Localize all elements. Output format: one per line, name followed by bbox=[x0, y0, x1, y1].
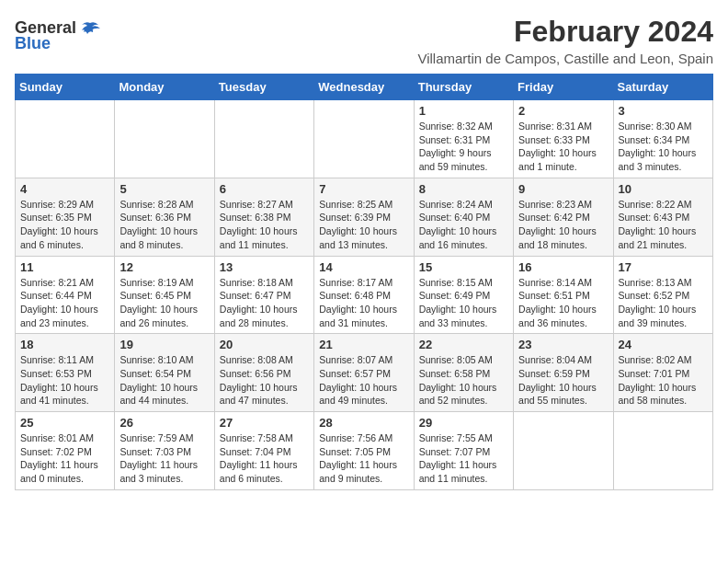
day-number: 28 bbox=[319, 416, 408, 430]
day-number: 23 bbox=[518, 338, 608, 351]
logo-bird-icon bbox=[80, 21, 100, 36]
day-info: Sunrise: 8:08 AM Sunset: 6:56 PM Dayligh… bbox=[220, 353, 309, 408]
day-number: 19 bbox=[119, 338, 209, 351]
calendar-day-cell: 7Sunrise: 8:25 AM Sunset: 6:39 PM Daylig… bbox=[314, 178, 414, 256]
weekday-header-cell: Sunday bbox=[16, 75, 115, 100]
month-title: February 2024 bbox=[417, 15, 713, 49]
day-info: Sunrise: 8:18 AM Sunset: 6:47 PM Dayligh… bbox=[220, 276, 309, 330]
weekday-header-cell: Monday bbox=[115, 75, 214, 100]
weekday-header-cell: Saturday bbox=[613, 75, 712, 100]
day-info: Sunrise: 8:15 AM Sunset: 6:49 PM Dayligh… bbox=[419, 276, 508, 330]
day-number: 27 bbox=[220, 416, 309, 430]
calendar-day-cell: 27Sunrise: 7:58 AM Sunset: 7:04 PM Dayli… bbox=[214, 412, 313, 490]
calendar-day-cell: 8Sunrise: 8:24 AM Sunset: 6:40 PM Daylig… bbox=[414, 178, 513, 256]
title-area: February 2024 Villamartin de Campos, Cas… bbox=[417, 15, 713, 66]
logo: General Blue bbox=[15, 18, 100, 53]
calendar-day-cell: 17Sunrise: 8:13 AM Sunset: 6:52 PM Dayli… bbox=[613, 256, 712, 334]
calendar-day-cell: 22Sunrise: 8:05 AM Sunset: 6:58 PM Dayli… bbox=[414, 334, 513, 412]
day-info: Sunrise: 8:05 AM Sunset: 6:58 PM Dayligh… bbox=[419, 353, 508, 408]
day-number: 16 bbox=[518, 260, 608, 274]
day-number: 11 bbox=[20, 260, 109, 274]
header: General Blue February 2024 Villamartin d… bbox=[15, 15, 713, 66]
day-number: 15 bbox=[419, 260, 508, 274]
calendar-day-cell bbox=[613, 412, 712, 490]
day-info: Sunrise: 7:59 AM Sunset: 7:03 PM Dayligh… bbox=[119, 431, 209, 486]
calendar-day-cell: 6Sunrise: 8:27 AM Sunset: 6:38 PM Daylig… bbox=[214, 178, 313, 256]
calendar-day-cell: 26Sunrise: 7:59 AM Sunset: 7:03 PM Dayli… bbox=[115, 412, 214, 490]
calendar-day-cell: 23Sunrise: 8:04 AM Sunset: 6:59 PM Dayli… bbox=[514, 334, 613, 412]
day-number: 20 bbox=[220, 338, 309, 351]
day-number: 6 bbox=[220, 182, 309, 196]
calendar-day-cell: 25Sunrise: 8:01 AM Sunset: 7:02 PM Dayli… bbox=[16, 412, 115, 490]
calendar-day-cell: 21Sunrise: 8:07 AM Sunset: 6:57 PM Dayli… bbox=[314, 334, 414, 412]
calendar-day-cell bbox=[16, 100, 115, 178]
calendar-day-cell: 20Sunrise: 8:08 AM Sunset: 6:56 PM Dayli… bbox=[214, 334, 313, 412]
day-number: 12 bbox=[119, 260, 209, 274]
day-info: Sunrise: 8:11 AM Sunset: 6:53 PM Dayligh… bbox=[20, 353, 109, 408]
day-number: 10 bbox=[619, 182, 708, 196]
day-number: 9 bbox=[518, 182, 608, 196]
day-info: Sunrise: 8:04 AM Sunset: 6:59 PM Dayligh… bbox=[518, 353, 608, 408]
calendar-day-cell: 5Sunrise: 8:28 AM Sunset: 6:36 PM Daylig… bbox=[115, 178, 214, 256]
calendar-day-cell: 15Sunrise: 8:15 AM Sunset: 6:49 PM Dayli… bbox=[414, 256, 513, 334]
day-number: 5 bbox=[119, 182, 209, 196]
weekday-header-cell: Tuesday bbox=[214, 75, 313, 100]
calendar-day-cell: 19Sunrise: 8:10 AM Sunset: 6:54 PM Dayli… bbox=[115, 334, 214, 412]
day-info: Sunrise: 8:07 AM Sunset: 6:57 PM Dayligh… bbox=[319, 353, 408, 408]
calendar-day-cell: 1Sunrise: 8:32 AM Sunset: 6:31 PM Daylig… bbox=[414, 100, 513, 178]
calendar-week-row: 1Sunrise: 8:32 AM Sunset: 6:31 PM Daylig… bbox=[16, 100, 713, 178]
day-number: 7 bbox=[319, 182, 408, 196]
calendar-day-cell: 3Sunrise: 8:30 AM Sunset: 6:34 PM Daylig… bbox=[613, 100, 712, 178]
calendar-day-cell bbox=[214, 100, 313, 178]
weekday-header-cell: Friday bbox=[514, 75, 613, 100]
day-number: 14 bbox=[319, 260, 408, 274]
calendar-body: 1Sunrise: 8:32 AM Sunset: 6:31 PM Daylig… bbox=[16, 100, 713, 490]
location-title: Villamartin de Campos, Castille and Leon… bbox=[417, 51, 713, 66]
day-info: Sunrise: 8:25 AM Sunset: 6:39 PM Dayligh… bbox=[319, 198, 408, 252]
calendar-table: SundayMondayTuesdayWednesdayThursdayFrid… bbox=[15, 74, 713, 490]
calendar-day-cell: 18Sunrise: 8:11 AM Sunset: 6:53 PM Dayli… bbox=[16, 334, 115, 412]
day-number: 13 bbox=[220, 260, 309, 274]
calendar-day-cell: 16Sunrise: 8:14 AM Sunset: 6:51 PM Dayli… bbox=[514, 256, 613, 334]
calendar-day-cell: 28Sunrise: 7:56 AM Sunset: 7:05 PM Dayli… bbox=[314, 412, 414, 490]
day-number: 25 bbox=[20, 416, 109, 430]
calendar-day-cell: 9Sunrise: 8:23 AM Sunset: 6:42 PM Daylig… bbox=[514, 178, 613, 256]
day-info: Sunrise: 8:21 AM Sunset: 6:44 PM Dayligh… bbox=[20, 276, 109, 330]
day-info: Sunrise: 8:29 AM Sunset: 6:35 PM Dayligh… bbox=[20, 198, 109, 252]
day-info: Sunrise: 8:10 AM Sunset: 6:54 PM Dayligh… bbox=[119, 353, 209, 408]
calendar-week-row: 25Sunrise: 8:01 AM Sunset: 7:02 PM Dayli… bbox=[16, 412, 713, 490]
calendar-week-row: 18Sunrise: 8:11 AM Sunset: 6:53 PM Dayli… bbox=[16, 334, 713, 412]
calendar-day-cell: 10Sunrise: 8:22 AM Sunset: 6:43 PM Dayli… bbox=[613, 178, 712, 256]
calendar-day-cell bbox=[514, 412, 613, 490]
day-info: Sunrise: 7:55 AM Sunset: 7:07 PM Dayligh… bbox=[419, 431, 508, 486]
weekday-header-row: SundayMondayTuesdayWednesdayThursdayFrid… bbox=[16, 75, 713, 100]
day-number: 17 bbox=[619, 260, 708, 274]
day-number: 21 bbox=[319, 338, 408, 351]
day-info: Sunrise: 8:17 AM Sunset: 6:48 PM Dayligh… bbox=[319, 276, 408, 330]
day-number: 1 bbox=[419, 104, 508, 118]
day-info: Sunrise: 8:32 AM Sunset: 6:31 PM Dayligh… bbox=[419, 120, 508, 174]
day-number: 26 bbox=[119, 416, 209, 430]
calendar-week-row: 4Sunrise: 8:29 AM Sunset: 6:35 PM Daylig… bbox=[16, 178, 713, 256]
logo-blue-text: Blue bbox=[15, 34, 51, 53]
calendar-day-cell bbox=[314, 100, 414, 178]
calendar-day-cell: 13Sunrise: 8:18 AM Sunset: 6:47 PM Dayli… bbox=[214, 256, 313, 334]
weekday-header-cell: Wednesday bbox=[314, 75, 414, 100]
day-info: Sunrise: 8:14 AM Sunset: 6:51 PM Dayligh… bbox=[518, 276, 608, 330]
calendar-day-cell: 4Sunrise: 8:29 AM Sunset: 6:35 PM Daylig… bbox=[16, 178, 115, 256]
day-number: 4 bbox=[20, 182, 109, 196]
day-info: Sunrise: 7:58 AM Sunset: 7:04 PM Dayligh… bbox=[220, 431, 309, 486]
day-number: 18 bbox=[20, 338, 109, 351]
calendar-week-row: 11Sunrise: 8:21 AM Sunset: 6:44 PM Dayli… bbox=[16, 256, 713, 334]
day-info: Sunrise: 8:30 AM Sunset: 6:34 PM Dayligh… bbox=[619, 120, 708, 174]
weekday-header-cell: Thursday bbox=[414, 75, 513, 100]
day-number: 29 bbox=[419, 416, 508, 430]
day-info: Sunrise: 8:02 AM Sunset: 7:01 PM Dayligh… bbox=[619, 353, 708, 408]
calendar-day-cell: 11Sunrise: 8:21 AM Sunset: 6:44 PM Dayli… bbox=[16, 256, 115, 334]
day-number: 8 bbox=[419, 182, 508, 196]
day-info: Sunrise: 8:13 AM Sunset: 6:52 PM Dayligh… bbox=[619, 276, 708, 330]
day-info: Sunrise: 8:27 AM Sunset: 6:38 PM Dayligh… bbox=[220, 198, 309, 252]
day-number: 3 bbox=[619, 104, 708, 118]
day-info: Sunrise: 8:22 AM Sunset: 6:43 PM Dayligh… bbox=[619, 198, 708, 252]
calendar-day-cell: 29Sunrise: 7:55 AM Sunset: 7:07 PM Dayli… bbox=[414, 412, 513, 490]
